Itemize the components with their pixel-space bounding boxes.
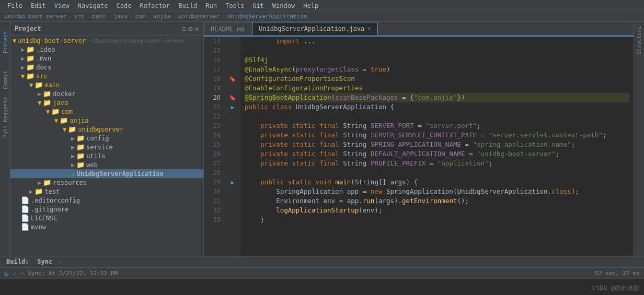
tab-readme[interactable]: README.md: [204, 22, 251, 36]
gutter-14: [225, 37, 240, 46]
file-icon-editorconfig: 📄: [21, 196, 29, 204]
docs-folder-icon: 📁: [26, 63, 34, 71]
panel-action-close[interactable]: ✕: [195, 25, 199, 33]
folder-open-icon-src: ▼: [21, 73, 25, 80]
gutter-21: ▶: [225, 102, 240, 112]
java-folder-icon: 📁: [43, 99, 51, 107]
tree-item-java[interactable]: ▼ 📁 java: [10, 98, 203, 107]
menu-item-tools[interactable]: Tools: [222, 1, 247, 10]
bottom-tab-sync[interactable]: Sync ✕: [35, 257, 63, 266]
utils-folder-icon: 📁: [76, 152, 85, 160]
tree-item-service-name: service: [86, 144, 113, 151]
panel-action-settings[interactable]: ⚙: [188, 25, 192, 33]
tree-item-test-name: test: [44, 188, 60, 195]
breadcrumb-part-3[interactable]: java: [113, 13, 128, 20]
tree-item-mvn[interactable]: ▶ 📁 .mvn: [10, 54, 203, 63]
gutter-28: [225, 168, 240, 178]
idea-folder-icon: 📁: [26, 45, 34, 53]
gutter-29: ▶: [225, 178, 240, 187]
tree-item-editorconfig[interactable]: 📄 .editorconfig: [10, 196, 203, 205]
gutter-23: [225, 121, 240, 131]
tree-item-unidbgserver[interactable]: ▼ 📁 unidbgserver: [10, 125, 203, 134]
menu-item-run[interactable]: Run: [202, 1, 220, 10]
tree-item-service[interactable]: ▶ 📁 service: [10, 143, 203, 151]
folder-open-icon-unidbgserver: ▼: [63, 126, 66, 133]
tree-item-idea[interactable]: ▶ 📁 .idea: [10, 45, 203, 54]
menu-item-git[interactable]: Git: [249, 1, 267, 10]
tree-item-main[interactable]: ▼ 📁 main: [10, 80, 203, 89]
menu-item-build[interactable]: Build: [175, 1, 200, 10]
tree-item-gitignore[interactable]: 📄 .gitignore: [10, 205, 203, 214]
tree-item-docs[interactable]: ▶ 📁 docs: [10, 63, 203, 72]
line-numbers: 14 15 16 17 18 19 20 21 22 23 24 25 26 2…: [204, 37, 225, 256]
structure-tab[interactable]: Structure: [635, 24, 643, 56]
code-line-24: private static final String SERVER_SERVL…: [245, 131, 629, 140]
code-content[interactable]: import ... @Slf4j @EnableAsync(proxyTarg…: [240, 37, 634, 256]
line-num-25: 25: [208, 140, 221, 149]
tree-item-utils[interactable]: ▶ 📁 utils: [10, 151, 203, 160]
menu-item-view[interactable]: View: [51, 1, 73, 10]
line-num-32: 32: [208, 206, 221, 215]
sync-status-text: ✓ Sync: At 2/27/22, 12:52 PM: [21, 270, 118, 277]
line-num-24: 24: [208, 131, 221, 140]
menu-item-edit[interactable]: Edit: [28, 1, 49, 10]
tree-item-gitignore-name: .gitignore: [31, 206, 68, 213]
tab-readme-label: README.md: [211, 26, 245, 33]
breadcrumb-part-6[interactable]: unidbgserver: [178, 13, 220, 20]
tree-item-docker[interactable]: ▶ 📁 docker: [10, 89, 203, 98]
tree-item-config[interactable]: ▶ 📁 config: [10, 134, 203, 143]
folder-open-icon-anjia: ▼: [54, 117, 58, 124]
folder-icon-mvn: ▶: [21, 55, 25, 62]
menu-item-code[interactable]: Code: [113, 1, 135, 10]
menu-item-refactor[interactable]: Refactor: [136, 1, 173, 10]
code-line-21: public class UnidbgServerApplication {: [245, 102, 629, 112]
tree-item-anjia-name: anjia: [70, 117, 88, 124]
tab-close-icon[interactable]: ✕: [367, 25, 371, 32]
tree-item-mvnw[interactable]: 📄 mvnw: [10, 222, 203, 231]
breadcrumb-part-7[interactable]: UnidbgServerApplication: [227, 13, 307, 20]
tree-item-test[interactable]: ▶ 📁 test: [10, 187, 203, 196]
sync-icon[interactable]: ↻: [4, 269, 8, 278]
bottom-tab-sync-label: Sync: [37, 258, 52, 265]
panel-action-collapse[interactable]: ≡: [182, 25, 186, 33]
tree-item-src[interactable]: ▼ 📁 src: [10, 72, 203, 80]
gutter-16: [225, 55, 240, 65]
right-sidebar: Structure: [634, 22, 644, 256]
bottom-tab-close-icon[interactable]: ✕: [59, 259, 62, 265]
tree-item-idea-name: .idea: [36, 46, 55, 53]
tree-item-main-class[interactable]: ☕ UnidbgServerApplication: [10, 169, 203, 178]
line-num-23: 23: [208, 121, 221, 131]
gutter-22: [225, 112, 240, 121]
breadcrumb-part-4[interactable]: com: [135, 13, 146, 20]
sidebar-tab-pull-requests[interactable]: Pull Requests: [1, 99, 10, 136]
breadcrumb-part-0[interactable]: unidbg-boot-server: [4, 13, 66, 20]
tree-item-web[interactable]: ▶ 📁 web: [10, 160, 203, 169]
tree-item-anjia[interactable]: ▼ 📁 anjia: [10, 116, 203, 125]
menu-item-help[interactable]: Help: [300, 1, 321, 10]
bottom-tab-build[interactable]: Build:: [4, 257, 31, 266]
menu-bar: File Edit View Navigate Code Refactor Bu…: [0, 0, 644, 11]
code-line-25: private static final String SPRING_APPLI…: [245, 140, 629, 149]
breadcrumb-part-2[interactable]: main: [92, 13, 106, 20]
service-folder-icon: 📁: [76, 143, 85, 151]
menu-item-file[interactable]: File: [4, 1, 26, 10]
menu-item-window[interactable]: Window: [269, 1, 298, 10]
code-line-18: @ConfigurationPropertiesScan: [245, 74, 629, 84]
breadcrumb-part-1[interactable]: src: [74, 13, 85, 20]
sidebar-tab-commit[interactable]: Commit: [1, 62, 10, 98]
code-line-20: @SpringBootApplication(scanBasePackages …: [245, 93, 629, 102]
menu-item-navigate[interactable]: Navigate: [75, 1, 111, 10]
tree-item-com[interactable]: ▼ 📁 com: [10, 107, 203, 116]
tree-item-root[interactable]: ▼ unidbg-boot-server ~/Desktop/unidbg-bo…: [10, 37, 203, 45]
tree-item-resources[interactable]: ▶ 📁 resources: [10, 178, 203, 187]
file-icon-gitignore: 📄: [21, 205, 29, 213]
tab-main-class[interactable]: UnidbgServerApplication.java ✕: [252, 22, 378, 36]
sidebar-tab-project[interactable]: Project: [1, 24, 10, 61]
gutter-33: [225, 215, 240, 225]
breadcrumb: unidbg-boot-server › src › main › java ›…: [0, 11, 644, 22]
breadcrumb-part-5[interactable]: anjia: [153, 13, 170, 20]
code-editor[interactable]: 14 15 16 17 18 19 20 21 22 23 24 25 26 2…: [204, 37, 634, 256]
gutter-26: [225, 149, 240, 159]
tree-item-java-name: java: [53, 99, 68, 107]
tree-item-license[interactable]: 📄 LICENSE: [10, 214, 203, 222]
